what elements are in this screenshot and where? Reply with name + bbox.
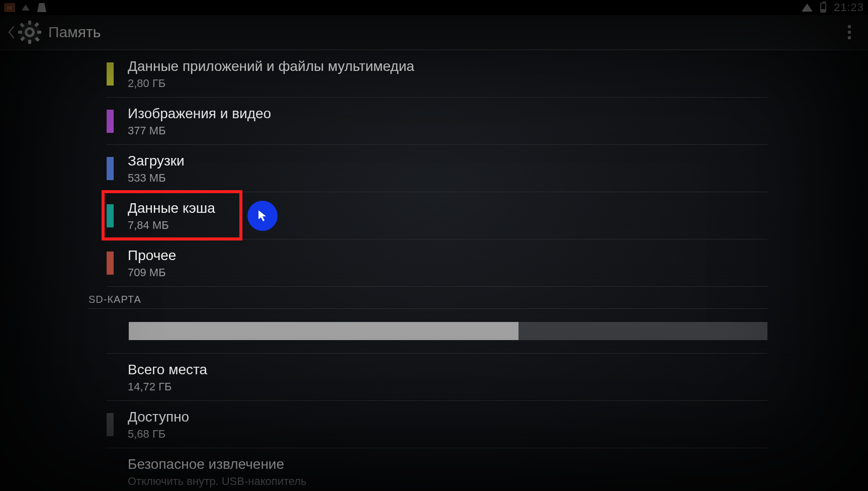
color-swatch <box>107 204 114 227</box>
color-swatch <box>107 110 114 133</box>
row-size: 2,80 ГБ <box>128 77 414 90</box>
row-size: 709 МБ <box>128 266 176 279</box>
row-title: Данные приложений и файлы мультимедиа <box>128 57 414 75</box>
overflow-menu-icon[interactable] <box>842 15 857 49</box>
status-clock: 21:23 <box>834 1 864 14</box>
row-title: Безопасное извлечение <box>128 455 307 473</box>
storage-row-cache[interactable]: Данные кэша 7,84 МБ <box>107 192 767 239</box>
row-title: Изображения и видео <box>128 105 271 122</box>
color-swatch <box>107 460 114 483</box>
row-title: Загрузки <box>128 152 185 170</box>
sd-usage-fill <box>129 322 518 340</box>
row-title: Данные кэша <box>128 199 215 217</box>
sd-eject-row[interactable]: Безопасное извлечение Отключить внутр. U… <box>107 448 767 491</box>
battery-icon <box>818 2 829 13</box>
status-bar: m 21:23 <box>0 0 868 15</box>
svg-rect-4 <box>28 40 31 44</box>
storage-row-images[interactable]: Изображения и видео 377 МБ <box>107 98 767 145</box>
color-swatch <box>107 366 114 389</box>
storage-row-apps[interactable]: Данные приложений и файлы мультимедиа 2,… <box>107 50 767 98</box>
row-title: Всего места <box>128 361 207 378</box>
row-size: 533 МБ <box>128 172 185 185</box>
storage-row-downloads[interactable]: Загрузки 533 МБ <box>107 145 767 192</box>
color-swatch <box>107 413 114 436</box>
svg-rect-3 <box>28 21 31 25</box>
svg-rect-5 <box>18 31 22 34</box>
storage-row-other[interactable]: Прочее 709 МБ <box>107 239 767 287</box>
sd-available-row[interactable]: Доступно 5,68 ГБ <box>107 401 767 448</box>
sd-card-header: SD-КАРТА <box>89 287 767 309</box>
color-swatch <box>107 252 114 275</box>
color-swatch <box>107 62 114 86</box>
page-title: Память <box>48 24 101 41</box>
row-title: Прочее <box>128 247 176 264</box>
row-size: 5,68 ГБ <box>128 428 189 441</box>
row-title: Доступно <box>128 408 189 426</box>
app-bar: Память <box>0 15 868 50</box>
sd-usage-bar[interactable] <box>107 309 767 354</box>
shopping-bag-icon <box>36 2 47 13</box>
svg-rect-6 <box>37 31 41 34</box>
wifi-icon <box>20 2 31 13</box>
miui-icon: m <box>4 2 15 13</box>
row-size: 377 МБ <box>128 124 271 137</box>
content: Данные приложений и файлы мультимедиа 2,… <box>0 50 868 491</box>
settings-gear-icon <box>18 21 41 44</box>
row-size: 14,72 ГБ <box>128 380 207 393</box>
wifi-signal-icon <box>802 2 813 13</box>
back-icon[interactable] <box>7 25 15 39</box>
color-swatch <box>107 157 114 180</box>
row-sub: Отключить внутр. USB-накопитель <box>128 475 307 488</box>
svg-point-2 <box>27 30 32 35</box>
row-size: 7,84 МБ <box>128 219 215 232</box>
sd-total-row[interactable]: Всего места 14,72 ГБ <box>107 354 767 401</box>
annotation-cursor-icon <box>247 201 278 231</box>
